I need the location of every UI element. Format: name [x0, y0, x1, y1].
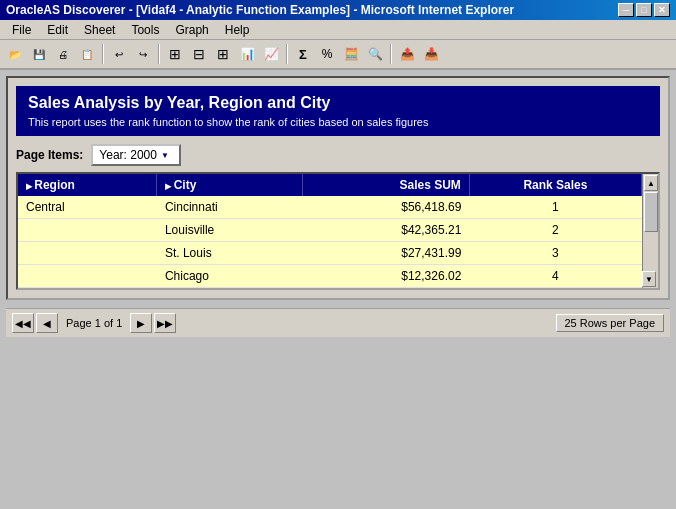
first-page-button[interactable]: ◀◀ — [12, 313, 34, 333]
toolbar-btn-sum[interactable]: Σ — [292, 43, 314, 65]
toolbar-btn-open[interactable]: 📂 — [4, 43, 26, 65]
table-cell: Chicago — [157, 265, 303, 288]
table-cell: Cincinnati — [157, 196, 303, 219]
table-cell: $42,365.21 — [303, 219, 469, 242]
toolbar-btn-percent[interactable]: % — [316, 43, 338, 65]
page-items-bar: Page Items: Year: 2000 ▼ — [16, 144, 660, 166]
pagination-bar: ◀◀ ◀ Page 1 of 1 ▶ ▶▶ 25 Rows per Page — [6, 308, 670, 337]
last-page-button[interactable]: ▶▶ — [154, 313, 176, 333]
toolbar-btn-calc[interactable]: 🧮 — [340, 43, 362, 65]
col-header-sales-sum[interactable]: Sales SUM — [303, 174, 469, 196]
table-cell — [18, 242, 157, 265]
main-content: Sales Analysis by Year, Region and City … — [0, 70, 676, 509]
table-cell — [18, 219, 157, 242]
year-dropdown[interactable]: Year: 2000 ▼ — [91, 144, 181, 166]
minimize-button[interactable]: ─ — [618, 3, 634, 17]
data-table: Region City Sales SUM Rank Sales Central… — [18, 174, 642, 288]
table-row: St. Louis$27,431.993 — [18, 242, 642, 265]
toolbar-btn-graph1[interactable]: ⊞ — [212, 43, 234, 65]
table-cell: St. Louis — [157, 242, 303, 265]
table-cell: 2 — [469, 219, 641, 242]
report-subtitle: This report uses the rank function to sh… — [28, 116, 648, 128]
toolbar-btn-import[interactable]: 📥 — [420, 43, 442, 65]
page-items-label: Page Items: — [16, 148, 83, 162]
toolbar-btn-table[interactable]: ⊞ — [164, 43, 186, 65]
table-cell: $27,431.99 — [303, 242, 469, 265]
report-panel: Sales Analysis by Year, Region and City … — [6, 76, 670, 300]
prev-page-button[interactable]: ◀ — [36, 313, 58, 333]
toolbar-btn-crosstab[interactable]: ⊟ — [188, 43, 210, 65]
toolbar-btn-export[interactable]: 📤 — [396, 43, 418, 65]
page-label: Page 1 of 1 — [66, 317, 122, 329]
table-row: CentralCincinnati$56,418.691 — [18, 196, 642, 219]
menu-edit[interactable]: Edit — [39, 21, 76, 39]
toolbar-btn-save[interactable]: 💾 — [28, 43, 50, 65]
table-cell: $12,326.02 — [303, 265, 469, 288]
table-scroll-area[interactable]: Region City Sales SUM Rank Sales Central… — [18, 174, 658, 288]
table-row: Chicago$12,326.024 — [18, 265, 642, 288]
toolbar-btn-filter[interactable]: 🔍 — [364, 43, 386, 65]
title-bar: OracleAS Discoverer - [Vidaf4 - Analytic… — [0, 0, 676, 20]
title-bar-text: OracleAS Discoverer - [Vidaf4 - Analytic… — [6, 3, 514, 17]
col-header-rank-sales[interactable]: Rank Sales — [469, 174, 641, 196]
toolbar-btn-clipboard[interactable]: 📋 — [76, 43, 98, 65]
table-cell: 4 — [469, 265, 641, 288]
table-cell: Central — [18, 196, 157, 219]
toolbar-sep-3 — [286, 44, 288, 64]
toolbar-sep-1 — [102, 44, 104, 64]
rows-per-page-button[interactable]: 25 Rows per Page — [556, 314, 665, 332]
menu-bar: File Edit Sheet Tools Graph Help — [0, 20, 676, 40]
menu-help[interactable]: Help — [217, 21, 258, 39]
toolbar-sep-4 — [390, 44, 392, 64]
report-title: Sales Analysis by Year, Region and City — [28, 94, 648, 112]
vertical-scrollbar[interactable]: ▲ ▼ — [642, 174, 658, 288]
table-cell: 3 — [469, 242, 641, 265]
menu-tools[interactable]: Tools — [123, 21, 167, 39]
toolbar-btn-graph2[interactable]: 📈 — [260, 43, 282, 65]
table-cell: Louisville — [157, 219, 303, 242]
table-cell: 1 — [469, 196, 641, 219]
pagination-left: ◀◀ ◀ Page 1 of 1 ▶ ▶▶ — [12, 313, 176, 333]
table-cell: $56,418.69 — [303, 196, 469, 219]
menu-sheet[interactable]: Sheet — [76, 21, 123, 39]
close-button[interactable]: ✕ — [654, 3, 670, 17]
year-dropdown-value: Year: 2000 — [99, 148, 157, 162]
maximize-button[interactable]: □ — [636, 3, 652, 17]
col-header-city[interactable]: City — [157, 174, 303, 196]
table-cell — [18, 265, 157, 288]
title-bar-controls: ─ □ ✕ — [618, 3, 670, 17]
toolbar: 📂 💾 🖨 📋 ↩ ↪ ⊞ ⊟ ⊞ 📊 📈 Σ % 🧮 🔍 📤 📥 — [0, 40, 676, 70]
data-table-container: Region City Sales SUM Rank Sales Central… — [16, 172, 660, 290]
scrollbar-thumb[interactable] — [644, 192, 658, 232]
col-header-region[interactable]: Region — [18, 174, 157, 196]
toolbar-btn-redo[interactable]: ↪ — [132, 43, 154, 65]
menu-file[interactable]: File — [4, 21, 39, 39]
next-page-button[interactable]: ▶ — [130, 313, 152, 333]
report-header: Sales Analysis by Year, Region and City … — [16, 86, 660, 136]
toolbar-btn-undo[interactable]: ↩ — [108, 43, 130, 65]
table-row: Louisville$42,365.212 — [18, 219, 642, 242]
menu-graph[interactable]: Graph — [167, 21, 216, 39]
chevron-down-icon: ▼ — [161, 151, 169, 160]
toolbar-btn-chart[interactable]: 📊 — [236, 43, 258, 65]
toolbar-sep-2 — [158, 44, 160, 64]
toolbar-btn-print[interactable]: 🖨 — [52, 43, 74, 65]
